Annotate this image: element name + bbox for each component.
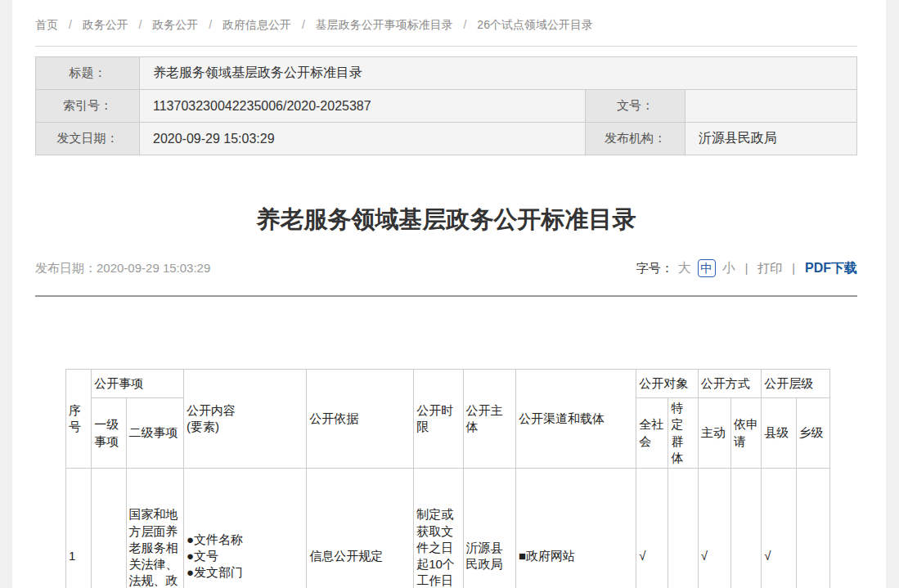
cell-seq: 1 — [66, 469, 92, 588]
breadcrumb-separator: / — [464, 18, 467, 31]
cell-method-active: √ — [698, 469, 730, 588]
header-level2-item: 二级事项 — [126, 398, 184, 469]
font-size-small-button[interactable]: 小 — [722, 260, 735, 277]
catalog-header-row-1: 序号 公开事项 公开内容 (要素) 公开依据 公开时限 公开主体 公开渠道和载体… — [66, 370, 830, 398]
doc-info-row-date: 发文日期： 2020-09-29 15:03:29 发布机构： 沂源县民政局 — [36, 123, 857, 155]
pdf-download-button[interactable]: PDF下载 — [805, 260, 857, 277]
doc-index-value: 113703230042235006/2020-2025387 — [140, 90, 586, 123]
header-item-group: 公开事项 — [92, 370, 184, 398]
cell-target-specific — [668, 469, 698, 588]
doc-issue-date-label: 发文日期： — [36, 123, 140, 155]
header-target-group: 公开对象 — [636, 370, 699, 398]
header-target-all: 全社会 — [636, 398, 668, 469]
document-info-table: 标题： 养老服务领域基层政务公开标准目录 索引号： 11370323004223… — [35, 56, 857, 155]
header-subject: 公开主体 — [463, 370, 515, 469]
page-title: 养老服务领域基层政务公开标准目录 — [35, 202, 857, 236]
separator-line — [35, 295, 857, 297]
divider: | — [745, 262, 748, 275]
content-inner: 首页 / 政务公开 / 政务公开 / 政府信息公开 / 基层政务公开事项标准目录… — [35, 0, 857, 588]
doc-issue-date-value: 2020-09-29 15:03:29 — [140, 123, 586, 155]
cell-level1-item — [92, 469, 126, 588]
cell-content: ●文件名称 ●文号 ●发文部门 — [184, 469, 307, 588]
doc-info-row-index: 索引号： 113703230042235006/2020-2025387 文号： — [36, 90, 857, 123]
catalog-data-row: 1 国家和地方层面养老服务相关法律、法规、政策文件 ●文件名称 ●文号 ●发文部… — [66, 469, 830, 588]
catalog-table: 序号 公开事项 公开内容 (要素) 公开依据 公开时限 公开主体 公开渠道和载体… — [65, 369, 830, 588]
breadcrumb-separator: / — [139, 18, 142, 31]
doc-index-label: 索引号： — [36, 90, 140, 123]
header-seq: 序号 — [66, 370, 92, 469]
article-controls: 字号： 大 中 小 | 打印 | PDF下载 — [636, 259, 857, 277]
doc-info-row-title: 标题： 养老服务领域基层政务公开标准目录 — [36, 57, 857, 90]
content-panel: 首页 / 政务公开 / 政务公开 / 政府信息公开 / 基层政务公开事项标准目录… — [12, 0, 886, 588]
header-channel: 公开渠道和载体 — [516, 370, 636, 469]
breadcrumb-item-home[interactable]: 首页 — [35, 18, 58, 31]
breadcrumb-item-pilot-catalog[interactable]: 26个试点领域公开目录 — [477, 18, 593, 31]
divider: | — [792, 262, 795, 275]
header-basis: 公开依据 — [307, 370, 414, 469]
breadcrumb-item-zhengwu-2[interactable]: 政务公开 — [152, 18, 198, 31]
breadcrumb-separator: / — [209, 18, 212, 31]
breadcrumb-separator: / — [302, 18, 305, 31]
header-time-limit: 公开时限 — [414, 370, 463, 469]
doc-agency-value: 沂源县民政局 — [685, 123, 857, 155]
header-method-group: 公开方式 — [698, 370, 762, 398]
doc-title-label: 标题： — [36, 57, 140, 90]
cell-time-limit: 制定或获取文件之日起10个工作日内 — [414, 469, 463, 588]
header-level-county: 县级 — [762, 398, 796, 469]
publish-date-value: 2020-09-29 15:03:29 — [97, 261, 210, 275]
doc-number-label: 文号： — [586, 90, 685, 123]
page-background: 首页 / 政务公开 / 政务公开 / 政府信息公开 / 基层政务公开事项标准目录… — [0, 0, 899, 588]
header-content: 公开内容 (要素) — [184, 370, 307, 469]
header-target-specific: 特定群体 — [668, 398, 698, 469]
breadcrumb-separator: / — [69, 18, 72, 31]
print-button[interactable]: 打印 — [757, 261, 782, 276]
cell-level2-item: 国家和地方层面养老服务相关法律、法规、政策文件 — [126, 469, 184, 588]
font-size-medium-button[interactable]: 中 — [698, 259, 716, 277]
publish-date-label: 发布日期： — [35, 261, 97, 275]
font-size-large-button[interactable]: 大 — [678, 260, 691, 277]
header-level-group: 公开层级 — [762, 370, 830, 398]
font-size-label: 字号： — [636, 261, 673, 276]
cell-method-on-request — [730, 469, 761, 588]
doc-number-value — [685, 90, 857, 123]
cell-target-all: √ — [636, 469, 668, 588]
article-meta-row: 发布日期：2020-09-29 15:03:29 字号： 大 中 小 | 打印 … — [35, 258, 857, 279]
doc-agency-label: 发布机构： — [586, 123, 685, 155]
breadcrumb-item-gov-info[interactable]: 政府信息公开 — [223, 18, 291, 31]
doc-title-value: 养老服务领域基层政务公开标准目录 — [140, 57, 857, 90]
header-method-on-request: 依申请 — [730, 398, 761, 469]
breadcrumb-item-zhengwu-1[interactable]: 政务公开 — [83, 18, 128, 31]
cell-level-township — [796, 469, 829, 588]
cell-subject: 沂源县民政局 — [463, 469, 515, 588]
header-method-active: 主动 — [698, 398, 730, 469]
breadcrumb: 首页 / 政务公开 / 政务公开 / 政府信息公开 / 基层政务公开事项标准目录… — [35, 0, 857, 47]
publish-date: 发布日期：2020-09-29 15:03:29 — [35, 261, 210, 276]
cell-channel: ■政府网站 — [516, 469, 636, 588]
breadcrumb-item-standard-catalog[interactable]: 基层政务公开事项标准目录 — [316, 18, 453, 31]
cell-basis: 信息公开规定 — [307, 469, 414, 588]
header-level-township: 乡级 — [796, 398, 829, 469]
header-level1-item: 一级事项 — [92, 398, 126, 469]
cell-level-county: √ — [762, 469, 796, 588]
